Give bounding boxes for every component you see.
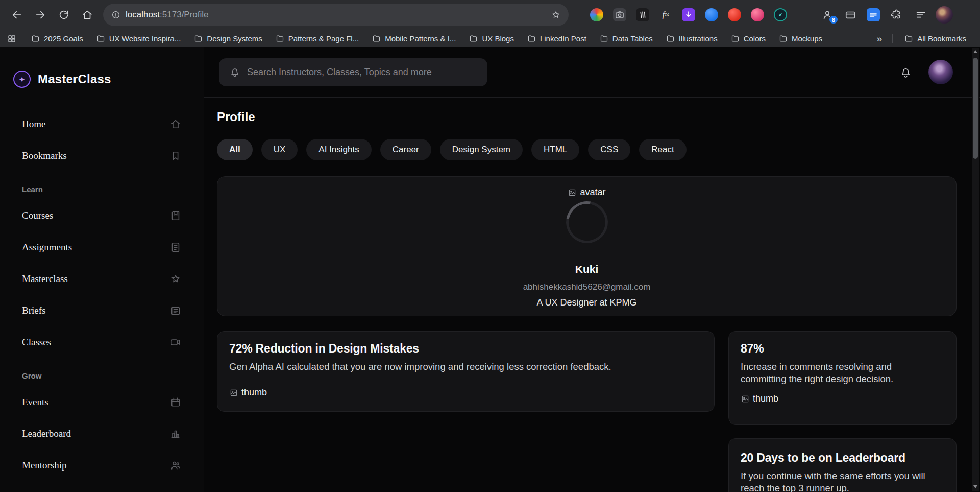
filter-chip-css[interactable]: CSS xyxy=(588,139,630,160)
calendar-icon xyxy=(170,396,181,408)
filter-chip-design-system[interactable]: Design System xyxy=(440,139,523,160)
sidebar-item-home[interactable]: Home xyxy=(0,108,204,140)
site-info-icon[interactable] xyxy=(111,10,120,19)
search-input[interactable] xyxy=(247,67,477,78)
address-bar[interactable]: localhost:5173/Profile xyxy=(103,4,569,26)
extension-icon-fx[interactable]: f≈ xyxy=(659,8,672,21)
sidebar-item-label: Leaderboard xyxy=(22,428,71,439)
sidebar-item-bookmarks[interactable]: Bookmarks xyxy=(0,140,204,172)
card-body: Increase in comments resolving and commi… xyxy=(741,361,933,385)
sidepanel-extension-button[interactable] xyxy=(867,8,880,21)
apps-grid-button[interactable] xyxy=(7,34,16,43)
sidebar-item-partial[interactable] xyxy=(0,481,204,492)
forward-button[interactable] xyxy=(30,4,51,26)
bookmarks-overflow-button[interactable]: » xyxy=(872,33,888,44)
sidebar-item-events[interactable]: Events xyxy=(0,386,204,418)
sidebar-item-courses[interactable]: Courses xyxy=(0,200,204,231)
stat-card-comments: 87% Increase in comments resolving and c… xyxy=(728,331,957,425)
wallet-button[interactable] xyxy=(844,8,857,21)
sidebar-item-leaderboard[interactable]: Leaderboard xyxy=(0,418,204,450)
extension-icon-pink[interactable] xyxy=(751,8,764,21)
page-scrollbar[interactable] xyxy=(972,48,979,491)
bookmark-folder-data-tables[interactable]: Data Tables xyxy=(593,32,659,45)
profile-name: Kuki xyxy=(575,263,599,275)
house-icon xyxy=(170,119,181,130)
back-icon xyxy=(11,9,22,20)
bookmark-folder-colors[interactable]: Colors xyxy=(724,32,772,45)
header-actions xyxy=(899,60,953,84)
up-arrow-icon xyxy=(973,50,977,53)
main-header xyxy=(204,47,980,98)
scrollbar-up-button[interactable] xyxy=(972,48,979,56)
extension-icon-blue[interactable] xyxy=(705,8,718,21)
bookmark-folder-2025-goals[interactable]: 2025 Goals xyxy=(24,32,90,45)
card-title: 20 Days to be on Leaderboard xyxy=(741,451,944,465)
card-body: Gen Alpha AI calculated that you are now… xyxy=(229,361,702,373)
bookmark-star-button[interactable] xyxy=(551,10,560,19)
back-button[interactable] xyxy=(6,4,28,26)
stats-cards-row: 72% Reduction in Design Mistakes Gen Alp… xyxy=(217,331,957,492)
filter-chip-html[interactable]: HTML xyxy=(531,139,579,160)
extension-icon-colorwheel[interactable] xyxy=(590,8,603,21)
filter-chip-career[interactable]: Career xyxy=(380,139,431,160)
sparkle-icon: ✦ xyxy=(19,76,26,83)
user-avatar[interactable] xyxy=(928,60,953,84)
bookmark-label: LinkedIn Post xyxy=(540,34,586,43)
sidebar-item-mentorship[interactable]: Mentorship xyxy=(0,450,204,481)
sidebar: ✦ MasterClass Home Bookmarks Learn Cours… xyxy=(0,47,204,492)
scrollbar-down-button[interactable] xyxy=(972,483,979,491)
bookmark-folder-illustrations[interactable]: Illustrations xyxy=(659,32,724,45)
bookmark-folder-linkedin-post[interactable]: LinkedIn Post xyxy=(521,32,593,45)
bookmark-folder-patterns[interactable]: Patterns & Page Fl... xyxy=(269,32,365,45)
bookmark-folder-ux-blogs[interactable]: UX Blogs xyxy=(462,32,521,45)
broken-thumb-image: thumb xyxy=(229,387,702,398)
sidebar-item-label: Briefs xyxy=(22,305,45,316)
profile-content: Profile All UX AI Insights Career Design… xyxy=(204,98,980,492)
filter-chip-ai-insights[interactable]: AI Insights xyxy=(306,139,371,160)
folder-icon xyxy=(96,34,105,43)
grid-icon xyxy=(7,34,16,43)
all-bookmarks-label: All Bookmarks xyxy=(917,34,966,43)
camera-icon xyxy=(615,10,625,20)
folder-icon xyxy=(527,34,536,43)
extension-icon-red[interactable] xyxy=(728,8,741,21)
all-bookmarks-button[interactable]: All Bookmarks xyxy=(898,32,973,45)
extensions-puzzle-button[interactable] xyxy=(890,8,903,21)
bookmark-folder-mobile-patterns[interactable]: Mobile Patterns & I... xyxy=(365,32,462,45)
extension-icon-downloader[interactable] xyxy=(682,8,695,21)
sidebar-item-masterclass[interactable]: Masterclass xyxy=(0,263,204,295)
folder-icon xyxy=(469,34,478,43)
filter-chip-all[interactable]: All xyxy=(217,139,253,160)
browser-toolbar: localhost:5173/Profile f≈ 8 xyxy=(0,0,980,30)
thumb-alt-text: thumb xyxy=(241,387,267,398)
folder-icon xyxy=(779,34,788,43)
extensions-row: f≈ xyxy=(590,8,787,21)
scrollbar-thumb[interactable] xyxy=(973,58,978,159)
bell-icon xyxy=(899,66,912,79)
extension-icon-marks[interactable] xyxy=(636,8,649,21)
scrollbar-track[interactable] xyxy=(972,56,979,483)
home-button[interactable] xyxy=(77,4,98,26)
notifications-button[interactable] xyxy=(899,66,912,79)
reload-button[interactable] xyxy=(53,4,75,26)
browser-profile-avatar[interactable] xyxy=(936,6,953,24)
filter-chip-ux[interactable]: UX xyxy=(261,139,298,160)
profile-card: avatar Kuki abhishekkashid5626@gmail.com… xyxy=(217,176,957,316)
bookmark-folder-mockups[interactable]: Mockups xyxy=(772,32,829,45)
list-lines-icon xyxy=(868,9,879,20)
sidebar-item-briefs[interactable]: Briefs xyxy=(0,295,204,326)
sidebar-item-assignments[interactable]: Assignments xyxy=(0,231,204,263)
note-icon xyxy=(170,305,181,316)
profile-extension-button[interactable]: 8 xyxy=(821,8,834,21)
bookmark-folder-ux-website[interactable]: UX Website Inspira... xyxy=(90,32,188,45)
extension-icon-compass[interactable] xyxy=(774,8,787,21)
extension-icon-camera[interactable] xyxy=(613,8,626,21)
filter-chips: All UX AI Insights Career Design System … xyxy=(217,139,957,160)
filter-chip-react[interactable]: React xyxy=(639,139,686,160)
thumb-alt-text: thumb xyxy=(753,393,778,404)
reload-icon xyxy=(58,9,69,20)
sidebar-item-classes[interactable]: Classes xyxy=(0,326,204,358)
browser-menu-button[interactable] xyxy=(915,9,926,20)
bookmark-folder-design-systems[interactable]: Design Systems xyxy=(187,32,268,45)
bookmark-label: Colors xyxy=(744,34,766,43)
